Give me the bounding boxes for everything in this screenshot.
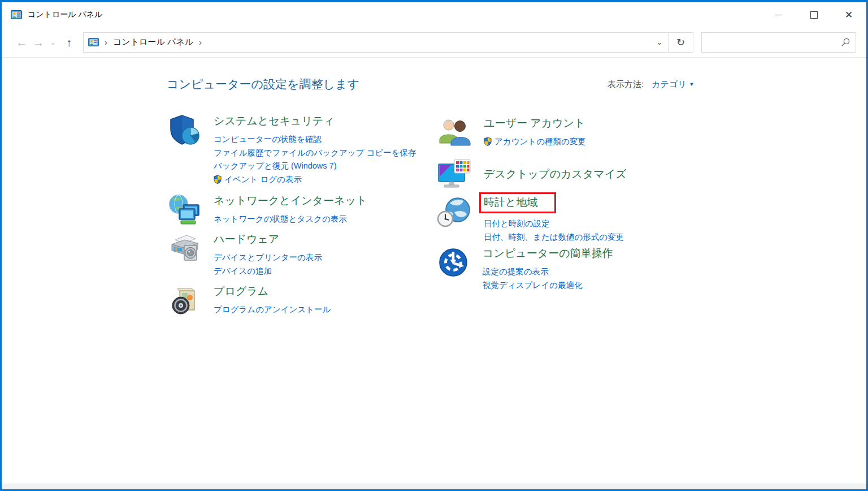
control-panel-icon bbox=[11, 10, 22, 19]
category-title-system-security[interactable]: システムとセキュリティ bbox=[214, 114, 335, 128]
up-arrow-icon: ↑ bbox=[66, 36, 72, 49]
chevron-down-icon[interactable]: ▼ bbox=[689, 81, 695, 87]
category-desktop-customization: デスクトップのカスタマイズ bbox=[437, 158, 627, 191]
refresh-button[interactable]: ↻ bbox=[669, 32, 693, 53]
category-network-internet: ネットワークとインターネット ネットワークの状態とタスクの表示 bbox=[167, 193, 367, 226]
title-bar: コントロール パネル ✕ bbox=[2, 2, 866, 27]
window-title: コントロール パネル bbox=[28, 10, 103, 20]
chevron-down-icon: ⌄ bbox=[657, 38, 663, 46]
category-programs: プログラム プログラムのアンインストール bbox=[167, 284, 331, 317]
category-clock-region: 時計と地域 日付と時刻の設定 日付、時刻、または数値の形式の変更 bbox=[437, 195, 624, 244]
category-title-user-accounts[interactable]: ユーザー アカウント bbox=[484, 116, 585, 131]
uac-shield-icon bbox=[484, 137, 492, 146]
maximize-button[interactable] bbox=[796, 2, 831, 27]
category-system-security: システムとセキュリティ コンピューターの状態を確認 ファイル履歴でファイルのバッ… bbox=[167, 114, 416, 186]
system-security-icon[interactable] bbox=[167, 114, 202, 147]
close-icon: ✕ bbox=[845, 10, 853, 20]
close-button[interactable]: ✕ bbox=[831, 2, 866, 27]
content-area: コンピューターの設定を調整します 表示方法:カテゴリ▼ システムとセキュリティ … bbox=[2, 58, 866, 484]
link-view-devices-printers[interactable]: デバイスとプリンターの表示 bbox=[214, 251, 322, 265]
user-accounts-icon[interactable] bbox=[437, 116, 472, 149]
link-change-date-time-number-formats[interactable]: 日付、時刻、または数値の形式の変更 bbox=[484, 231, 624, 244]
page-title: コンピューターの設定を調整します bbox=[167, 76, 359, 92]
link-suggested-settings[interactable]: 設定の提案の表示 bbox=[483, 265, 613, 279]
minimize-button[interactable] bbox=[761, 2, 796, 27]
uac-shield-icon bbox=[214, 175, 222, 184]
link-network-status-tasks[interactable]: ネットワークの状態とタスクの表示 bbox=[214, 213, 367, 226]
minimize-icon bbox=[775, 15, 782, 15]
desktop-customization-icon[interactable] bbox=[437, 158, 472, 191]
category-user-accounts: ユーザー アカウント アカウントの種類の変更 bbox=[437, 116, 586, 149]
forward-icon: → bbox=[33, 36, 44, 49]
view-by-value[interactable]: カテゴリ bbox=[652, 79, 686, 89]
control-panel-window: コントロール パネル ✕ ← → ⌄ ↑ › コントロール パネル › ⌄ bbox=[0, 0, 868, 491]
link-optimize-visual-display[interactable]: 視覚ディスプレイの最適化 bbox=[483, 279, 613, 292]
link-file-history-backup[interactable]: ファイル履歴でファイルのバックアップ コピーを保存 bbox=[214, 147, 416, 160]
back-button[interactable]: ← bbox=[13, 37, 30, 48]
category-ease-of-access: コンピューターの簡単操作 設定の提案の表示 視覚ディスプレイの最適化 bbox=[436, 246, 613, 292]
category-hardware: ハードウェア デバイスとプリンターの表示 デバイスの追加 bbox=[167, 232, 322, 278]
ease-of-access-icon[interactable] bbox=[436, 246, 471, 279]
search-icon[interactable] bbox=[841, 38, 850, 47]
navigation-toolbar: ← → ⌄ ↑ › コントロール パネル › ⌄ ↻ bbox=[2, 27, 866, 58]
link-date-time-settings[interactable]: 日付と時刻の設定 bbox=[484, 217, 624, 231]
breadcrumb-control-panel[interactable]: コントロール パネル bbox=[113, 37, 193, 48]
back-icon: ← bbox=[16, 36, 27, 49]
search-box bbox=[701, 32, 856, 53]
breadcrumb-chevron-icon[interactable]: › bbox=[199, 37, 202, 47]
address-dropdown-button[interactable]: ⌄ bbox=[651, 33, 668, 52]
view-by-label: 表示方法: bbox=[607, 79, 644, 89]
category-title-desktop-customization[interactable]: デスクトップのカスタマイズ bbox=[484, 167, 627, 182]
search-input[interactable] bbox=[702, 38, 841, 47]
hardware-icon[interactable] bbox=[167, 232, 202, 265]
address-bar[interactable]: › コントロール パネル › ⌄ bbox=[83, 32, 669, 53]
chevron-down-icon: ⌄ bbox=[50, 38, 57, 46]
category-title-clock-region[interactable]: 時計と地域 bbox=[479, 192, 556, 213]
link-add-device[interactable]: デバイスの追加 bbox=[214, 265, 322, 278]
network-internet-icon[interactable] bbox=[167, 193, 202, 226]
forward-button[interactable]: → bbox=[30, 37, 47, 48]
category-title-hardware[interactable]: ハードウェア bbox=[214, 232, 279, 247]
refresh-icon: ↻ bbox=[676, 36, 685, 49]
programs-icon[interactable] bbox=[167, 284, 202, 317]
category-title-network-internet[interactable]: ネットワークとインターネット bbox=[214, 193, 367, 208]
up-button[interactable]: ↑ bbox=[59, 37, 79, 48]
view-by-control: 表示方法:カテゴリ▼ bbox=[607, 79, 695, 90]
link-change-account-type[interactable]: アカウントの種類の変更 bbox=[484, 135, 586, 149]
link-check-computer-status[interactable]: コンピューターの状態を確認 bbox=[214, 133, 416, 147]
maximize-icon bbox=[810, 11, 818, 19]
recent-locations-button[interactable]: ⌄ bbox=[47, 38, 59, 46]
window-controls: ✕ bbox=[761, 2, 866, 27]
category-title-programs[interactable]: プログラム bbox=[214, 284, 268, 299]
link-uninstall-program[interactable]: プログラムのアンインストール bbox=[214, 303, 331, 317]
breadcrumb-chevron-icon: › bbox=[105, 37, 107, 47]
control-panel-icon bbox=[88, 38, 99, 46]
status-bar bbox=[2, 484, 866, 489]
link-backup-restore-win7[interactable]: バックアップと復元 (Windows 7) bbox=[214, 160, 416, 173]
category-title-ease-of-access[interactable]: コンピューターの簡単操作 bbox=[483, 246, 613, 261]
link-view-event-logs[interactable]: イベント ログの表示 bbox=[214, 173, 416, 187]
clock-region-icon[interactable] bbox=[437, 195, 472, 228]
